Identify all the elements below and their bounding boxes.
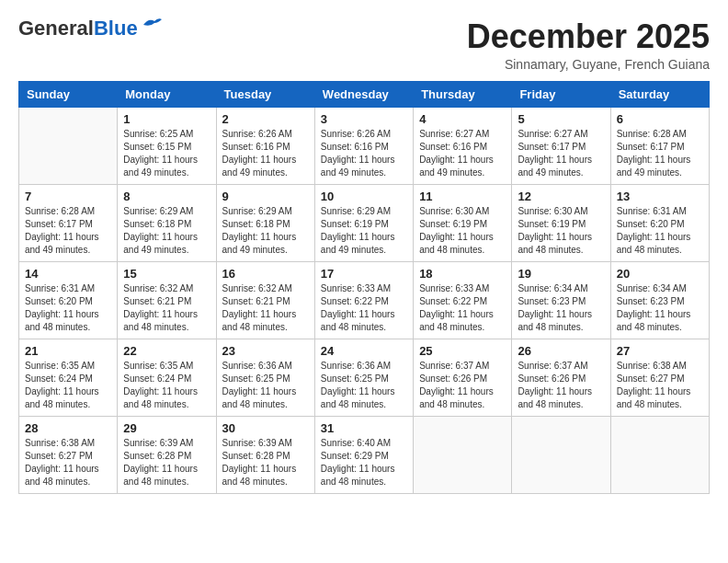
day-info: Sunrise: 6:25 AMSunset: 6:15 PMDaylight:…: [123, 128, 210, 179]
day-info: Sunrise: 6:29 AMSunset: 6:18 PMDaylight:…: [222, 205, 309, 257]
header-thursday: Thursday: [414, 81, 512, 107]
calendar-cell: 6Sunrise: 6:28 AMSunset: 6:17 PMDaylight…: [610, 107, 709, 184]
calendar-week-1: 1Sunrise: 6:25 AMSunset: 6:15 PMDaylight…: [19, 107, 710, 184]
day-number: 16: [222, 267, 309, 281]
day-number: 26: [518, 344, 604, 358]
day-number: 2: [222, 112, 309, 126]
calendar-cell: 27Sunrise: 6:38 AMSunset: 6:27 PMDayligh…: [610, 339, 709, 416]
calendar-cell: 17Sunrise: 6:33 AMSunset: 6:22 PMDayligh…: [314, 261, 413, 339]
calendar-cell: 9Sunrise: 6:29 AMSunset: 6:18 PMDaylight…: [216, 184, 314, 261]
day-info: Sunrise: 6:27 AMSunset: 6:16 PMDaylight:…: [419, 128, 506, 179]
day-info: Sunrise: 6:32 AMSunset: 6:21 PMDaylight:…: [222, 282, 309, 334]
day-number: 7: [25, 190, 111, 203]
calendar-cell: 3Sunrise: 6:26 AMSunset: 6:16 PMDaylight…: [314, 107, 413, 184]
calendar-cell: 7Sunrise: 6:28 AMSunset: 6:17 PMDaylight…: [19, 184, 118, 261]
day-number: 30: [222, 421, 309, 435]
day-info: Sunrise: 6:30 AMSunset: 6:19 PMDaylight:…: [518, 205, 604, 257]
calendar-week-4: 21Sunrise: 6:35 AMSunset: 6:24 PMDayligh…: [19, 339, 710, 416]
calendar-cell: [414, 416, 512, 493]
day-info: Sunrise: 6:32 AMSunset: 6:21 PMDaylight:…: [123, 282, 210, 334]
calendar-cell: 28Sunrise: 6:38 AMSunset: 6:27 PMDayligh…: [19, 416, 118, 493]
calendar-cell: 10Sunrise: 6:29 AMSunset: 6:19 PMDayligh…: [314, 184, 413, 261]
day-number: 31: [321, 421, 407, 435]
header-saturday: Saturday: [610, 81, 709, 107]
day-info: Sunrise: 6:35 AMSunset: 6:24 PMDaylight:…: [25, 360, 111, 411]
calendar-cell: 19Sunrise: 6:34 AMSunset: 6:23 PMDayligh…: [512, 261, 610, 339]
day-number: 21: [25, 344, 111, 358]
calendar-cell: 30Sunrise: 6:39 AMSunset: 6:28 PMDayligh…: [216, 416, 314, 493]
calendar-cell: 29Sunrise: 6:39 AMSunset: 6:28 PMDayligh…: [118, 416, 216, 493]
month-title: December 2025: [467, 18, 710, 55]
calendar-cell: 4Sunrise: 6:27 AMSunset: 6:16 PMDaylight…: [414, 107, 512, 184]
day-info: Sunrise: 6:31 AMSunset: 6:20 PMDaylight:…: [617, 205, 703, 257]
day-info: Sunrise: 6:34 AMSunset: 6:23 PMDaylight:…: [617, 282, 703, 334]
calendar-cell: 31Sunrise: 6:40 AMSunset: 6:29 PMDayligh…: [314, 416, 413, 493]
logo: GeneralBlue: [18, 18, 162, 39]
calendar-week-5: 28Sunrise: 6:38 AMSunset: 6:27 PMDayligh…: [19, 416, 710, 493]
day-info: Sunrise: 6:26 AMSunset: 6:16 PMDaylight:…: [321, 128, 407, 179]
day-info: Sunrise: 6:33 AMSunset: 6:22 PMDaylight:…: [419, 282, 506, 334]
day-number: 24: [321, 344, 407, 358]
day-number: 8: [123, 190, 210, 203]
calendar-cell: 16Sunrise: 6:32 AMSunset: 6:21 PMDayligh…: [216, 261, 314, 339]
calendar-cell: 1Sunrise: 6:25 AMSunset: 6:15 PMDaylight…: [118, 107, 216, 184]
calendar-cell: [512, 416, 610, 493]
day-info: Sunrise: 6:39 AMSunset: 6:28 PMDaylight:…: [222, 437, 309, 488]
day-number: 13: [617, 190, 703, 203]
day-info: Sunrise: 6:28 AMSunset: 6:17 PMDaylight:…: [25, 205, 111, 257]
day-number: 9: [222, 190, 309, 203]
calendar-cell: 21Sunrise: 6:35 AMSunset: 6:24 PMDayligh…: [19, 339, 118, 416]
day-number: 25: [419, 344, 506, 358]
day-number: 10: [321, 190, 407, 203]
day-number: 3: [321, 112, 407, 126]
day-info: Sunrise: 6:37 AMSunset: 6:26 PMDaylight:…: [518, 360, 604, 411]
day-number: 22: [123, 344, 210, 358]
day-number: 5: [518, 112, 604, 126]
day-info: Sunrise: 6:31 AMSunset: 6:20 PMDaylight:…: [25, 282, 111, 334]
day-info: Sunrise: 6:37 AMSunset: 6:26 PMDaylight:…: [419, 360, 506, 411]
day-number: 15: [123, 267, 210, 281]
calendar-cell: 14Sunrise: 6:31 AMSunset: 6:20 PMDayligh…: [19, 261, 118, 339]
day-info: Sunrise: 6:39 AMSunset: 6:28 PMDaylight:…: [123, 437, 210, 488]
calendar-cell: [19, 107, 118, 184]
calendar-cell: 8Sunrise: 6:29 AMSunset: 6:18 PMDaylight…: [118, 184, 216, 261]
day-info: Sunrise: 6:26 AMSunset: 6:16 PMDaylight:…: [222, 128, 309, 179]
calendar-cell: 24Sunrise: 6:36 AMSunset: 6:25 PMDayligh…: [314, 339, 413, 416]
day-number: 27: [617, 344, 703, 358]
header-monday: Monday: [118, 81, 216, 107]
logo-bird-icon: [142, 16, 162, 32]
day-number: 19: [518, 267, 604, 281]
calendar-week-3: 14Sunrise: 6:31 AMSunset: 6:20 PMDayligh…: [19, 261, 710, 339]
title-section: December 2025 Sinnamary, Guyane, French …: [467, 18, 710, 72]
day-info: Sunrise: 6:29 AMSunset: 6:19 PMDaylight:…: [321, 205, 407, 257]
calendar-cell: [610, 416, 709, 493]
calendar-cell: 2Sunrise: 6:26 AMSunset: 6:16 PMDaylight…: [216, 107, 314, 184]
day-info: Sunrise: 6:40 AMSunset: 6:29 PMDaylight:…: [321, 437, 407, 488]
calendar-cell: 23Sunrise: 6:36 AMSunset: 6:25 PMDayligh…: [216, 339, 314, 416]
header-tuesday: Tuesday: [216, 81, 314, 107]
calendar-cell: 13Sunrise: 6:31 AMSunset: 6:20 PMDayligh…: [610, 184, 709, 261]
day-info: Sunrise: 6:33 AMSunset: 6:22 PMDaylight:…: [321, 282, 407, 334]
calendar-cell: 26Sunrise: 6:37 AMSunset: 6:26 PMDayligh…: [512, 339, 610, 416]
logo-general: General: [18, 17, 94, 40]
day-info: Sunrise: 6:38 AMSunset: 6:27 PMDaylight:…: [25, 437, 111, 488]
day-number: 28: [25, 421, 111, 435]
day-info: Sunrise: 6:36 AMSunset: 6:25 PMDaylight:…: [222, 360, 309, 411]
calendar-cell: 11Sunrise: 6:30 AMSunset: 6:19 PMDayligh…: [414, 184, 512, 261]
day-info: Sunrise: 6:36 AMSunset: 6:25 PMDaylight:…: [321, 360, 407, 411]
calendar-cell: 5Sunrise: 6:27 AMSunset: 6:17 PMDaylight…: [512, 107, 610, 184]
day-info: Sunrise: 6:34 AMSunset: 6:23 PMDaylight:…: [518, 282, 604, 334]
header-wednesday: Wednesday: [314, 81, 413, 107]
day-number: 20: [617, 267, 703, 281]
calendar-cell: 12Sunrise: 6:30 AMSunset: 6:19 PMDayligh…: [512, 184, 610, 261]
day-info: Sunrise: 6:38 AMSunset: 6:27 PMDaylight:…: [617, 360, 703, 411]
day-number: 1: [123, 112, 210, 126]
calendar-cell: 20Sunrise: 6:34 AMSunset: 6:23 PMDayligh…: [610, 261, 709, 339]
day-number: 29: [123, 421, 210, 435]
day-info: Sunrise: 6:28 AMSunset: 6:17 PMDaylight:…: [617, 128, 703, 179]
day-info: Sunrise: 6:30 AMSunset: 6:19 PMDaylight:…: [419, 205, 506, 257]
calendar-cell: 22Sunrise: 6:35 AMSunset: 6:24 PMDayligh…: [118, 339, 216, 416]
day-number: 6: [617, 112, 703, 126]
day-info: Sunrise: 6:35 AMSunset: 6:24 PMDaylight:…: [123, 360, 210, 411]
calendar-cell: 25Sunrise: 6:37 AMSunset: 6:26 PMDayligh…: [414, 339, 512, 416]
